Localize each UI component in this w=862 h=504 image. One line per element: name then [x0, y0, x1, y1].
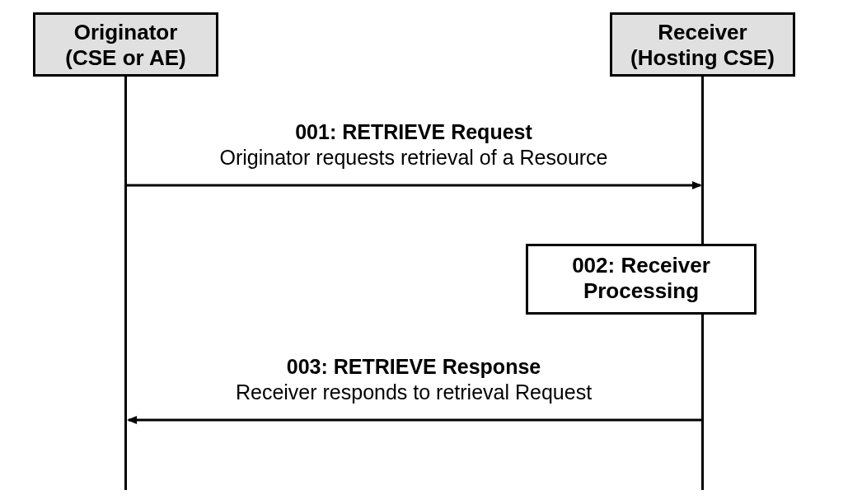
originator-box: Originator (CSE or AE) — [33, 12, 218, 77]
msg-001-label: 001: RETRIEVE Request Originator request… — [125, 119, 702, 171]
receiver-title-line1: Receiver — [619, 20, 786, 45]
receiver-box: Receiver (Hosting CSE) — [610, 12, 795, 77]
originator-title-line2: (CSE or AE) — [42, 45, 209, 71]
msg-001-desc: Originator requests retrieval of a Resou… — [125, 145, 702, 170]
receiver-title-line2: (Hosting CSE) — [619, 45, 786, 71]
sequence-diagram: Originator (CSE or AE) Receiver (Hosting… — [0, 0, 862, 504]
process-002-line2: Processing — [536, 278, 746, 304]
msg-003-title: 003: RETRIEVE Response — [125, 354, 702, 380]
msg-001-title: 001: RETRIEVE Request — [125, 119, 702, 145]
msg-003-label: 003: RETRIEVE Response Receiver responds… — [125, 354, 702, 406]
process-002-line1: 002: Receiver — [536, 253, 746, 278]
originator-title-line1: Originator — [42, 20, 209, 45]
process-002-box: 002: Receiver Processing — [526, 244, 757, 315]
msg-003-desc: Receiver responds to retrieval Request — [125, 380, 702, 405]
